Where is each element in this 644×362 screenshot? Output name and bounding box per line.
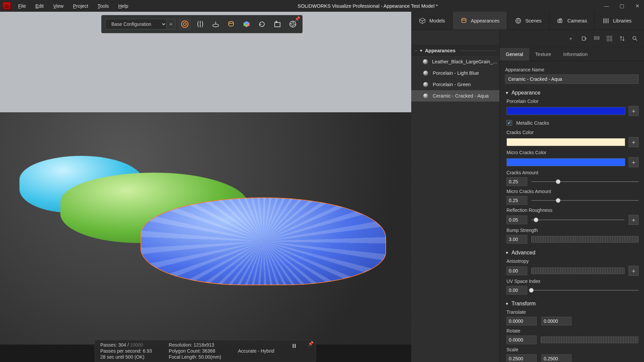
- pin-icon[interactable]: 📌: [308, 341, 314, 346]
- pin-icon[interactable]: 📌: [294, 16, 300, 21]
- micro-cracks-color-swatch[interactable]: [506, 158, 625, 166]
- svg-rect-16: [607, 39, 609, 41]
- prop-tab-general[interactable]: General: [500, 48, 529, 61]
- pause-icon[interactable]: [291, 343, 297, 349]
- refresh-icon[interactable]: [256, 18, 268, 30]
- configuration-list-button[interactable]: ≡: [167, 19, 175, 29]
- appearance-item-ceramic-cracked[interactable]: Ceramic - Cracked - Aqua: [411, 90, 499, 102]
- tab-scenes[interactable]: Scenes: [507, 12, 549, 29]
- minimize-button[interactable]: —: [602, 3, 610, 9]
- resolution-value: 1218x913: [194, 342, 214, 348]
- section-transform[interactable]: ▼Transform: [505, 301, 639, 307]
- svg-point-1: [183, 23, 186, 26]
- svg-rect-17: [610, 39, 612, 41]
- search-icon[interactable]: [632, 36, 639, 42]
- export-image-icon[interactable]: [271, 18, 283, 30]
- add-texture-button[interactable]: ＋: [629, 106, 639, 116]
- appearance-item-leather[interactable]: Leather_Black_LargeGrain_...: [411, 56, 499, 67]
- appearances-tree-header[interactable]: ▼ Appearances: [411, 45, 499, 56]
- micro-cracks-amount-input[interactable]: [506, 196, 527, 205]
- rotate-wheel[interactable]: [541, 337, 639, 343]
- svg-point-11: [559, 20, 561, 22]
- scale-y-input[interactable]: [541, 354, 572, 362]
- svg-point-3: [229, 21, 233, 23]
- object-ceramic-cracked-selected[interactable]: [141, 198, 386, 285]
- uv-space-label: UV Space Index: [506, 279, 639, 284]
- porcelain-color-label: Porcelain Color: [506, 99, 639, 104]
- add-texture-button[interactable]: ＋: [629, 266, 639, 276]
- menu-project[interactable]: Project: [68, 3, 93, 9]
- tab-libraries-label: Libraries: [613, 18, 632, 23]
- focal-value: 50.00(mm): [199, 354, 221, 360]
- micro-cracks-amount-label: Micro Cracks Amount: [506, 189, 639, 194]
- scale-x-input[interactable]: [506, 354, 537, 362]
- add-texture-button[interactable]: ＋: [629, 215, 639, 225]
- translate-y-input[interactable]: [541, 317, 572, 325]
- cracks-amount-slider[interactable]: [531, 178, 639, 185]
- cube-color-icon[interactable]: [240, 18, 253, 30]
- tree-title: Appearances: [425, 48, 455, 53]
- tab-libraries[interactable]: Libraries: [595, 12, 639, 29]
- grid-view-icon[interactable]: [606, 36, 613, 42]
- menu-help[interactable]: Help: [114, 3, 133, 9]
- section-advanced[interactable]: ▼Advanced: [505, 250, 639, 256]
- appearance-item-porcelain-blue[interactable]: Porcelain - Light Blue: [411, 67, 499, 79]
- tab-cameras[interactable]: Cameras: [549, 12, 595, 29]
- menu-file[interactable]: File: [13, 3, 31, 9]
- cracks-color-swatch[interactable]: [506, 138, 625, 146]
- svg-rect-6: [292, 344, 293, 348]
- sort-icon[interactable]: [619, 36, 626, 42]
- add-icon[interactable]: ＋: [568, 36, 575, 42]
- tab-models-label: Models: [429, 18, 445, 23]
- add-texture-button[interactable]: ＋: [629, 137, 639, 147]
- list-view-icon[interactable]: [594, 36, 600, 42]
- menu-edit[interactable]: Edit: [31, 3, 48, 9]
- uv-space-slider[interactable]: [531, 287, 639, 294]
- prop-tab-texture[interactable]: Texture: [529, 48, 557, 61]
- selection-mode-icon[interactable]: [179, 18, 191, 30]
- svg-rect-14: [607, 36, 609, 38]
- export-icon[interactable]: [581, 36, 588, 42]
- render-viewport[interactable]: [0, 12, 411, 345]
- translate-x-input[interactable]: [506, 317, 537, 325]
- svg-rect-15: [610, 36, 612, 38]
- menu-tools[interactable]: Tools: [93, 3, 114, 9]
- reflection-roughness-slider[interactable]: [531, 217, 625, 223]
- metallic-cracks-checkbox[interactable]: ✔: [506, 120, 512, 126]
- cracks-amount-input[interactable]: [506, 177, 527, 186]
- maximize-button[interactable]: ▢: [618, 3, 626, 9]
- scale-label: Scale: [506, 347, 639, 352]
- svg-rect-4: [275, 22, 280, 27]
- bump-strength-wheel[interactable]: [531, 236, 639, 243]
- svg-rect-13: [594, 38, 599, 40]
- appearance-item-label: Leather_Black_LargeGrain_...: [432, 59, 497, 64]
- porcelain-color-swatch[interactable]: [506, 107, 625, 115]
- uv-space-input[interactable]: [506, 286, 527, 295]
- appearance-name-input[interactable]: [505, 74, 639, 84]
- bump-strength-input[interactable]: [506, 235, 527, 244]
- rotate-input[interactable]: [506, 336, 537, 344]
- configuration-dropdown[interactable]: Base Configuration: [105, 19, 167, 29]
- cylinder-gear-icon[interactable]: [225, 18, 237, 30]
- svg-point-5: [290, 21, 296, 27]
- reflection-roughness-input[interactable]: [506, 216, 527, 224]
- tab-models[interactable]: Models: [411, 12, 453, 29]
- add-texture-button[interactable]: ＋: [629, 157, 639, 167]
- anisotropy-wheel[interactable]: [531, 267, 625, 274]
- menu-view[interactable]: View: [48, 3, 68, 9]
- section-appearance[interactable]: ▼Appearance: [505, 90, 639, 96]
- mirror-icon[interactable]: [194, 18, 206, 30]
- tab-appearances-label: Appearances: [471, 18, 499, 23]
- focal-label: Focal Length:: [169, 354, 197, 360]
- tab-appearances[interactable]: Appearances: [453, 12, 507, 29]
- anisotropy-input[interactable]: [506, 266, 527, 275]
- appearance-item-porcelain-green[interactable]: Porcelain - Green: [411, 79, 499, 90]
- viewport-toolbar: 📌 Base Configuration ≡: [101, 15, 303, 33]
- close-button[interactable]: ✕: [633, 3, 641, 9]
- prop-tab-information[interactable]: Information: [557, 48, 594, 61]
- polycount-label: Polygon Count:: [169, 348, 201, 354]
- resolution-label: Resolution:: [169, 342, 192, 348]
- turntable-icon[interactable]: [210, 18, 222, 30]
- micro-cracks-amount-slider[interactable]: [531, 197, 639, 204]
- pps-value: 6.93: [143, 348, 152, 354]
